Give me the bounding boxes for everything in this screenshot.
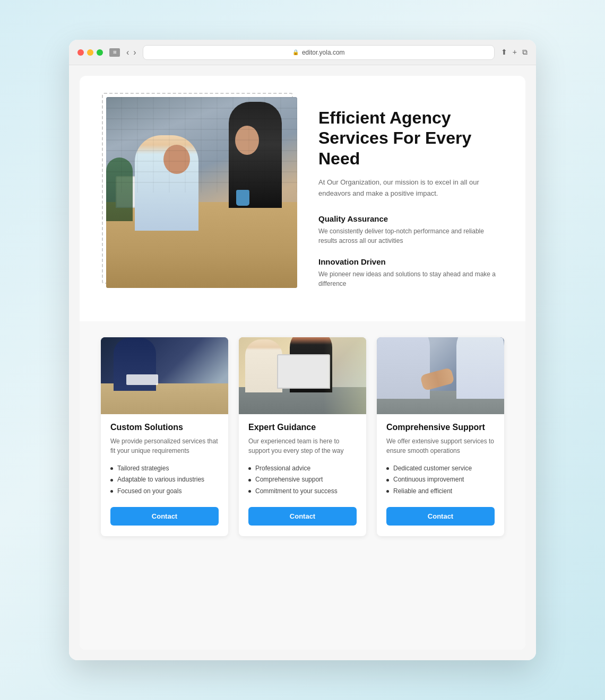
feature-title-1: Quality Assurance	[318, 214, 499, 223]
hero-title: Efficient Agency Services For Every Need	[318, 108, 499, 169]
card-desc-3: We offer extensive support services to e…	[386, 436, 495, 456]
list-item-text: Tailored strategies	[117, 463, 169, 475]
page-container: Efficient Agency Services For Every Need…	[80, 76, 525, 650]
forward-button[interactable]: ›	[133, 48, 136, 57]
hero-section: Efficient Agency Services For Every Need…	[80, 76, 525, 321]
list-item: Professional advice	[248, 463, 357, 475]
card-image-1	[101, 337, 228, 414]
browser-toolbar: ⊞ ‹ › 🔒 editor.yola.com ⬆ + ⧉	[69, 40, 536, 65]
toolbar-actions: ⬆ + ⧉	[501, 48, 528, 57]
cards-section: Custom Solutions We provide personalized…	[80, 321, 525, 650]
cards-grid: Custom Solutions We provide personalized…	[101, 337, 504, 536]
hero-subtitle: At Our Organization, our mission is to e…	[318, 177, 499, 199]
card-body-3: Comprehensive Support We offer extensive…	[377, 414, 504, 536]
list-item: Commitment to your success	[248, 486, 357, 497]
browser-content: Efficient Agency Services For Every Need…	[69, 65, 536, 660]
traffic-lights	[77, 49, 103, 56]
list-item: Comprehensive support	[248, 474, 357, 486]
list-item-text: Professional advice	[255, 463, 310, 475]
feature-innovation-driven: Innovation Driven We pioneer new ideas a…	[318, 257, 499, 288]
bullet-icon	[248, 490, 251, 493]
feature-title-2: Innovation Driven	[318, 257, 499, 266]
bullet-icon	[110, 467, 113, 470]
list-item-text: Comprehensive support	[255, 474, 323, 486]
list-item: Focused on your goals	[110, 486, 219, 497]
card-title-1: Custom Solutions	[110, 423, 219, 432]
card-list-2: Professional advice Comprehensive suppor…	[248, 463, 357, 497]
bullet-icon	[248, 479, 251, 482]
lock-icon: 🔒	[292, 49, 299, 55]
card-desc-2: Our experienced team is here to support …	[248, 436, 357, 456]
bullet-icon	[386, 467, 389, 470]
contact-button-3[interactable]: Contact	[386, 507, 495, 526]
url-text: editor.yola.com	[302, 49, 345, 56]
feature-desc-2: We pioneer new ideas and solutions to st…	[318, 269, 499, 288]
card-desc-1: We provide personalized services that fi…	[110, 436, 219, 456]
tab-switcher-icon[interactable]: ⊞	[109, 48, 120, 57]
hero-image-wrapper	[106, 97, 297, 288]
browser-window: ⊞ ‹ › 🔒 editor.yola.com ⬆ + ⧉	[69, 40, 536, 660]
list-item-text: Focused on your goals	[117, 486, 182, 497]
card-title-3: Comprehensive Support	[386, 423, 495, 432]
list-item: Adaptable to various industries	[110, 474, 219, 486]
card-list-3: Dedicated customer service Continuous im…	[386, 463, 495, 497]
nav-buttons: ‹ ›	[126, 48, 136, 57]
add-tab-icon[interactable]: +	[513, 48, 517, 57]
contact-button-1[interactable]: Contact	[110, 507, 219, 526]
contact-button-2[interactable]: Contact	[248, 507, 357, 526]
list-item: Dedicated customer service	[386, 463, 495, 475]
card-body-1: Custom Solutions We provide personalized…	[101, 414, 228, 536]
card-list-1: Tailored strategies Adaptable to various…	[110, 463, 219, 497]
share-icon[interactable]: ⬆	[501, 48, 507, 57]
extensions-icon[interactable]: ⧉	[522, 48, 528, 57]
address-bar[interactable]: 🔒 editor.yola.com	[143, 45, 495, 60]
list-item: Tailored strategies	[110, 463, 219, 475]
feature-quality-assurance: Quality Assurance We consistently delive…	[318, 214, 499, 246]
list-item: Continuous improvement	[386, 474, 495, 486]
bullet-icon	[110, 479, 113, 482]
card-body-2: Expert Guidance Our experienced team is …	[239, 414, 366, 536]
card-image-2	[239, 337, 366, 414]
list-item-text: Continuous improvement	[393, 474, 464, 486]
list-item-text: Commitment to your success	[255, 486, 338, 497]
card-custom-solutions: Custom Solutions We provide personalized…	[101, 337, 228, 536]
list-item: Reliable and efficient	[386, 486, 495, 497]
feature-desc-1: We consistently deliver top-notch perfor…	[318, 226, 499, 246]
list-item-text: Adaptable to various industries	[117, 474, 204, 486]
card-expert-guidance: Expert Guidance Our experienced team is …	[239, 337, 366, 536]
card-comprehensive-support: Comprehensive Support We offer extensive…	[377, 337, 504, 536]
hero-image	[106, 97, 297, 288]
close-button[interactable]	[77, 49, 84, 56]
bullet-icon	[386, 490, 389, 493]
list-item-text: Dedicated customer service	[393, 463, 472, 475]
maximize-button[interactable]	[97, 49, 103, 56]
bullet-icon	[110, 490, 113, 493]
back-button[interactable]: ‹	[126, 48, 129, 57]
bullet-icon	[248, 467, 251, 470]
card-image-3	[377, 337, 504, 414]
list-item-text: Reliable and efficient	[393, 486, 452, 497]
hero-text: Efficient Agency Services For Every Need…	[318, 97, 499, 300]
card-title-2: Expert Guidance	[248, 423, 357, 432]
minimize-button[interactable]	[87, 49, 93, 56]
bullet-icon	[386, 479, 389, 482]
